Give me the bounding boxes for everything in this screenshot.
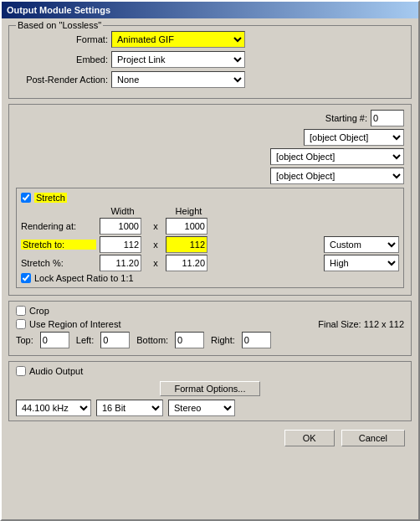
crop-label: Crop (29, 306, 49, 316)
audio-checkbox[interactable] (16, 366, 26, 376)
stretch-header: Stretch (21, 193, 399, 203)
stretch-pct-h-input[interactable] (166, 255, 207, 271)
format-row: Format: Animated GIF (16, 31, 404, 48)
color-depth-select[interactable]: [object Object] (270, 148, 404, 165)
crop-section: Crop Use Region of Interest Final Size: … (8, 301, 412, 356)
rendering-at-label: Rendering at: (21, 221, 96, 231)
post-render-select[interactable]: None (111, 71, 245, 88)
channels-select[interactable]: Stereo (168, 400, 235, 416)
color-mode-row: [object Object] (16, 129, 404, 146)
starting-hash-row: Starting #: (16, 110, 404, 126)
starting-hash-label: Starting #: (325, 113, 367, 123)
audio-section: Audio Output Format Options... 44.100 kH… (8, 361, 412, 421)
color-mode-select[interactable]: [object Object] (304, 129, 404, 146)
lock-ratio-row: Lock Aspect Ratio to 1:1 (21, 273, 399, 283)
post-render-row: Post-Render Action: None (16, 71, 404, 88)
crop-checkbox[interactable] (16, 306, 26, 316)
stretch-to-height-input[interactable] (166, 236, 207, 253)
stretch-pct-label: Stretch %: (21, 258, 96, 268)
right-label: Right: (211, 335, 235, 345)
format-label: Format: (16, 34, 108, 44)
quality-select[interactable]: High (324, 255, 399, 271)
stretch-custom-select[interactable]: Custom (324, 236, 399, 253)
cancel-button[interactable]: Cancel (341, 430, 405, 446)
rendering-x-sep: x (149, 221, 162, 231)
rendering-height-input[interactable] (166, 218, 207, 235)
stretch-to-label: Stretch to: (21, 240, 96, 250)
rendering-width-input[interactable] (100, 218, 141, 235)
embed-row: Embed: Project Link (16, 51, 404, 68)
stretch-pct-x-sep: x (149, 258, 162, 268)
crop-header: Crop (16, 306, 404, 316)
stretch-x-sep: x (149, 240, 162, 250)
premultiplied-select[interactable]: [object Object] (270, 168, 404, 184)
stretch-to-width-input[interactable] (100, 236, 141, 253)
window-title: Output Module Settings (7, 5, 110, 15)
sample-rate-select[interactable]: 44.100 kHz (16, 400, 91, 416)
use-roi-checkbox[interactable] (16, 319, 26, 329)
top-label: Top: (16, 335, 33, 345)
stretch-checkbox[interactable] (21, 193, 31, 203)
audio-dropdowns: 44.100 kHz 16 Bit Stereo (16, 400, 404, 416)
color-depth-row: [object Object] (16, 148, 404, 165)
height-col-header: Height (166, 206, 212, 216)
crop-values-row: Top: Left: Bottom: Right: (16, 332, 404, 348)
bottom-label: Bottom: (136, 335, 168, 345)
left-label: Left: (76, 335, 94, 345)
bottom-buttons: OK Cancel (8, 426, 412, 450)
crop-roi-row: Use Region of Interest Final Size: 112 x… (16, 319, 404, 329)
premultiplied-row: [object Object] (16, 168, 404, 184)
output-module-settings-window: Output Module Settings Based on "Lossles… (0, 0, 420, 521)
post-render-label: Post-Render Action: (16, 75, 108, 85)
ok-button[interactable]: OK (284, 430, 335, 446)
stretch-label: Stretch (34, 193, 67, 203)
based-on-label: Based on "Lossless" (16, 20, 103, 30)
stretch-pct-w-input[interactable] (100, 255, 141, 271)
audio-header: Audio Output (16, 366, 404, 376)
top-input[interactable] (40, 332, 69, 348)
lock-ratio-label: Lock Aspect Ratio to 1:1 (34, 273, 134, 283)
final-size-label: Final Size: 112 x 112 (318, 319, 404, 329)
format-options-button[interactable]: Format Options... (160, 381, 260, 396)
left-input[interactable] (100, 332, 130, 348)
starting-hash-input[interactable] (371, 110, 404, 126)
right-input[interactable] (242, 332, 271, 348)
use-roi-label: Use Region of Interest (29, 319, 120, 329)
bit-depth-select[interactable]: 16 Bit (96, 400, 163, 416)
bottom-input[interactable] (175, 332, 204, 348)
based-on-group: Based on "Lossless" Format: Animated GIF… (8, 25, 412, 99)
title-bar: Output Module Settings (2, 2, 418, 18)
embed-label: Embed: (16, 54, 108, 64)
format-select[interactable]: Animated GIF (111, 31, 245, 48)
lock-ratio-checkbox[interactable] (21, 273, 31, 283)
audio-label: Audio Output (29, 366, 83, 376)
embed-select[interactable]: Project Link (111, 51, 245, 68)
video-settings-section: Starting #: [object Object] [object Obje… (8, 104, 412, 296)
width-col-header: Width (100, 206, 146, 216)
stretch-section: Stretch Width Height Rendering at: x Str… (16, 188, 404, 288)
